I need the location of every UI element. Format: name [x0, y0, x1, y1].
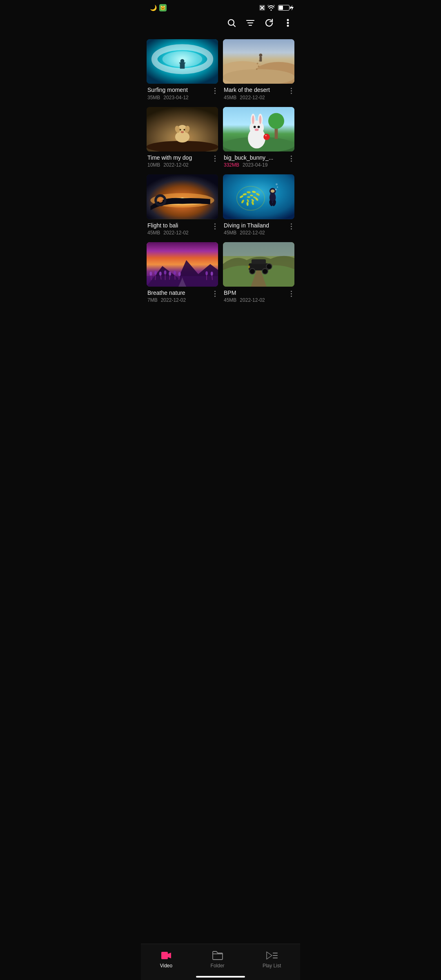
- svg-point-109: [262, 268, 268, 274]
- svg-marker-113: [168, 953, 171, 958]
- battery-container: [277, 5, 294, 11]
- svg-point-50: [263, 134, 270, 140]
- video-thumbnail: [223, 242, 294, 287]
- video-meta: 45MB 2022-12-02: [224, 297, 289, 303]
- svg-rect-107: [252, 259, 266, 264]
- video-info: Time with my dog 10MB 2022-12-02: [147, 151, 218, 169]
- video-info: Diving in Thailand 45MB 2022-12-02: [223, 219, 294, 237]
- video-meta: 332MB 2023-04-19: [224, 162, 289, 168]
- video-more-button[interactable]: [289, 222, 294, 231]
- svg-rect-17: [180, 63, 185, 69]
- video-card[interactable]: BPM 45MB 2022-12-02: [220, 240, 297, 307]
- search-button[interactable]: [226, 17, 237, 29]
- video-info: Mark of the desert 45MB 2022-12-02: [223, 84, 294, 102]
- video-title: Flight to bali: [147, 222, 213, 229]
- svg-point-99: [178, 272, 181, 276]
- video-thumbnail: [223, 39, 294, 84]
- thumb-diving: [223, 174, 294, 219]
- refresh-button[interactable]: [263, 17, 275, 29]
- svg-rect-111: [248, 265, 250, 268]
- svg-rect-112: [161, 952, 168, 959]
- video-details: Flight to bali 45MB 2022-12-02: [147, 222, 213, 236]
- video-title: big_buck_bunny_...: [224, 154, 289, 161]
- video-info: BPM 45MB 2022-12-02: [223, 287, 294, 305]
- video-thumbnail: [147, 174, 218, 219]
- filter-icon: [245, 18, 255, 28]
- video-date: 2023-04-12: [163, 95, 188, 100]
- video-more-button[interactable]: [289, 154, 294, 163]
- dots-icon: [291, 291, 292, 297]
- nav-item-folder[interactable]: Folder: [203, 948, 233, 970]
- status-right: [259, 5, 294, 11]
- video-more-button[interactable]: [213, 154, 217, 163]
- video-card[interactable]: Time with my dog 10MB 2022-12-02: [144, 105, 220, 172]
- svg-point-11: [287, 25, 289, 27]
- video-meta: 45MB 2022-12-02: [224, 230, 289, 236]
- svg-point-9: [287, 20, 289, 21]
- header-actions: [226, 17, 294, 29]
- dots-icon: [214, 156, 216, 162]
- video-meta: 35MB 2023-04-12: [147, 95, 213, 100]
- video-date: 2023-04-19: [243, 162, 267, 168]
- video-title: Mark of the desert: [224, 86, 289, 94]
- svg-marker-3: [290, 5, 294, 11]
- dots-icon: [291, 88, 292, 94]
- filter-button[interactable]: [245, 17, 256, 29]
- video-more-button[interactable]: [289, 86, 294, 96]
- dots-icon: [214, 291, 216, 297]
- nav-item-video[interactable]: Video: [152, 948, 180, 970]
- x-icon: [259, 5, 265, 11]
- video-more-button[interactable]: [213, 222, 217, 231]
- video-grid: Surfing moment 35MB 2023-04-12: [141, 35, 300, 309]
- video-card[interactable]: big_buck_bunny_... 332MB 2023-04-19: [220, 105, 297, 172]
- nav-label-playlist: Play List: [263, 963, 281, 969]
- thumb-bunny: [223, 107, 294, 151]
- video-size: 45MB: [224, 297, 236, 303]
- video-card[interactable]: Diving in Thailand 45MB 2022-12-02: [220, 172, 297, 240]
- svg-point-93: [164, 270, 167, 274]
- svg-point-26: [259, 53, 262, 57]
- thumb-dog: [147, 107, 218, 151]
- svg-point-51: [265, 135, 267, 136]
- video-size: 45MB: [224, 95, 236, 100]
- refresh-icon: [264, 18, 274, 28]
- video-card[interactable]: Mark of the desert 45MB 2022-12-02: [220, 37, 297, 105]
- video-size: 45MB: [224, 230, 236, 236]
- dots-icon: [214, 223, 216, 229]
- video-size: 7MB: [147, 297, 158, 303]
- video-more-button[interactable]: [213, 289, 217, 298]
- video-meta: 45MB 2022-12-02: [147, 230, 213, 236]
- svg-point-69: [247, 196, 250, 198]
- svg-point-87: [149, 272, 152, 276]
- nav-item-playlist[interactable]: Play List: [254, 948, 289, 970]
- more-options-button[interactable]: [282, 17, 294, 29]
- dots-icon: [214, 88, 216, 94]
- video-nav-icon: [160, 950, 172, 961]
- svg-point-81: [277, 187, 278, 188]
- video-card[interactable]: Flight to bali 45MB 2022-12-02: [144, 172, 220, 240]
- video-card[interactable]: Breathe nature 7MB 2022-12-02: [144, 240, 220, 307]
- svg-line-5: [234, 25, 236, 27]
- video-info: Flight to bali 45MB 2022-12-02: [147, 219, 218, 237]
- svg-point-49: [255, 128, 259, 131]
- video-title: Diving in Thailand: [224, 222, 289, 229]
- video-card[interactable]: Surfing moment 35MB 2023-04-12: [144, 37, 220, 105]
- video-thumbnail: [147, 39, 218, 84]
- cat-app-icon: 🐱: [159, 4, 167, 11]
- battery-fill: [279, 6, 283, 10]
- svg-point-23: [258, 65, 260, 67]
- video-date: 2022-12-02: [240, 297, 265, 303]
- video-title: BPM: [224, 289, 289, 296]
- video-more-button[interactable]: [289, 289, 294, 298]
- video-info: Surfing moment 35MB 2023-04-12: [147, 84, 218, 102]
- more-icon: [283, 18, 293, 28]
- svg-point-95: [169, 272, 171, 276]
- svg-point-57: [158, 198, 163, 203]
- video-title: Breathe nature: [147, 289, 213, 296]
- battery-icon: [278, 5, 290, 11]
- moon-icon: 🌙: [150, 4, 157, 11]
- video-details: Diving in Thailand 45MB 2022-12-02: [224, 222, 289, 236]
- video-title: Time with my dog: [147, 154, 213, 161]
- video-more-button[interactable]: [213, 86, 217, 96]
- svg-point-40: [268, 113, 284, 129]
